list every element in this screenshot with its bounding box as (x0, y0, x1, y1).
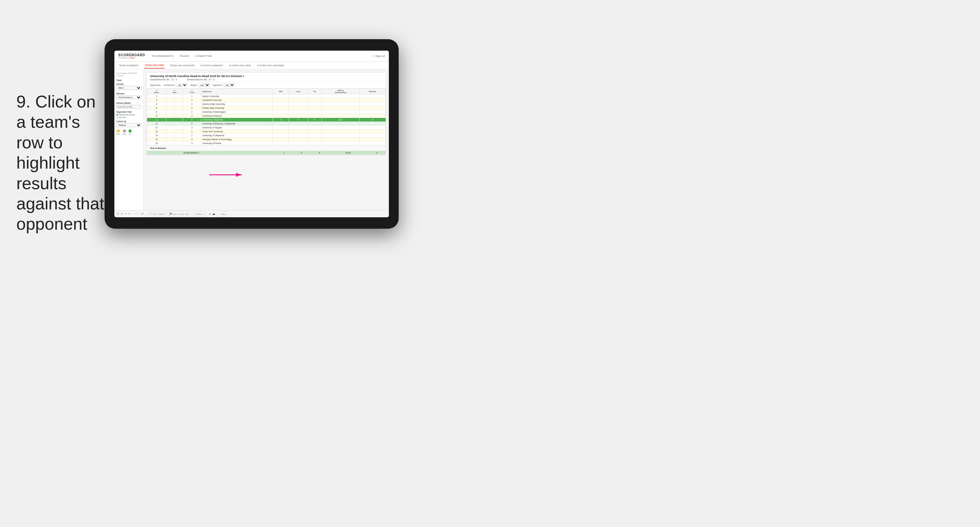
opponent-label: Opponent (213, 84, 222, 86)
table-row[interactable]: 8-2University of Washington (147, 110, 386, 114)
divider3: | (145, 212, 146, 215)
col-opponent: Opponent (201, 89, 273, 94)
col-win: Win (273, 89, 289, 94)
filter-opponents: Opponents: (150, 84, 161, 86)
tab-team-h2h-heatmap[interactable]: TEAM H2H HEATMAP (169, 63, 196, 68)
filter-conference: Conference (All) (164, 83, 188, 87)
conference-select[interactable]: (All) (175, 83, 188, 87)
tab-team-summary[interactable]: TEAM SUMMARY (118, 63, 140, 68)
plus-icon[interactable]: + (135, 213, 137, 215)
scissors-icon[interactable]: ✂ (129, 213, 131, 215)
table-row[interactable]: 16-3University of Florida (147, 142, 386, 145)
school-label: School (Rank) (116, 102, 142, 104)
down-label: Down (116, 133, 121, 135)
watch-chevron: ▾ (203, 213, 204, 215)
sub-nav: TEAM SUMMARY TEAM H2H GRID TEAM H2H HEAT… (115, 62, 389, 70)
save-icon: 💾 (170, 213, 172, 215)
division-record: Division Record: 88 - 17 - 0 (187, 78, 215, 81)
out-division-row[interactable]: NCAA Division II 1 0 0 26.00 3 (147, 151, 386, 155)
redo-icon[interactable]: ↻ (121, 213, 123, 215)
out-div-rank (147, 151, 159, 155)
conference-label: Conference (164, 84, 175, 86)
tablet-device: SCOREBOARD Powered by clippd TOURNAMENTS… (105, 39, 399, 229)
tab-player-h2h-grid[interactable]: PLAYER H2H GRID (228, 63, 251, 68)
grid-title: University of North Carolina Head-to-Hea… (150, 75, 383, 78)
divider2: | (138, 212, 139, 215)
gender-select[interactable]: Men's (116, 86, 142, 90)
col-loss: Loss (289, 89, 308, 94)
overall-record-value: 89 - 17 - 0 (167, 78, 177, 81)
table-row[interactable]: 11-6University of Arkansas, Fayetteville (147, 122, 386, 126)
filter-opponent: Opponent (All) (213, 83, 235, 87)
toolbar-icon-camera[interactable]: 📷 (213, 213, 215, 215)
tab-team-h2h-grid[interactable]: TEAM H2H GRID (144, 62, 165, 68)
view-original-btn[interactable]: 👁 View: Original (148, 212, 166, 216)
top100-radio[interactable] (116, 117, 118, 118)
table-row[interactable]: 6-2Florida State University (147, 106, 386, 110)
col-rounds: Rounds (360, 89, 386, 94)
grid-area: University of North Carolina Head-to-Hea… (144, 70, 389, 210)
division-label: Division (116, 92, 142, 95)
nav-teams[interactable]: TEAMS (180, 54, 189, 58)
division-select[interactable]: NCAA Division I (116, 96, 142, 99)
legend-row: Down Level Up (116, 129, 142, 135)
colour-by-label: Colour by (116, 120, 142, 123)
tab-player-h2h-heatmap[interactable]: PLAYER H2H HEATMAP (256, 63, 285, 68)
top-nav: SCOREBOARD Powered by clippd TOURNAMENTS… (115, 51, 389, 62)
share-icon: ↗ (219, 213, 220, 215)
table-row[interactable]: 13-1Texas Tech University (147, 130, 386, 134)
data-table: #Rank #Reg #Conf Opponent Win Loss Tie D… (147, 89, 386, 145)
division-record-label: Division Record: (187, 78, 204, 81)
sign-out-link[interactable]: Sign out (375, 54, 385, 57)
region-label: Region (190, 84, 197, 86)
watch-label: Watch (197, 213, 203, 215)
table-row[interactable]: 4-1Arizona State University (147, 102, 386, 106)
bottom-toolbar: ↺ ↻ ↩ ✂ | + | ⏱ | 👁 View: Original 💾 Sav… (115, 210, 389, 217)
out-division-table: NCAA Division II 1 0 0 26.00 3 (147, 151, 386, 155)
out-div-name: NCAA Division II (182, 151, 275, 155)
table-row[interactable]: 14-2University of Oklahoma (147, 134, 386, 137)
share-btn[interactable]: ↗ Share (217, 212, 228, 216)
opponents-label: Opponents: (150, 84, 161, 86)
clock-icon[interactable]: ⏱ (141, 213, 143, 215)
region-select[interactable]: (All) (198, 83, 210, 87)
watch-btn[interactable]: 👁 Watch ▾ (193, 212, 206, 216)
opponents-played-label: Opponents Played (119, 114, 135, 116)
out-div-rounds: 3 (368, 151, 386, 155)
tab-player-summary[interactable]: PLAYER SUMMARY (200, 63, 224, 68)
save-custom-view-btn[interactable]: 💾 Save Custom View (168, 212, 191, 216)
back-icon[interactable]: ↩ (125, 213, 127, 215)
main-content: Last Updated: 27/03/2024 16:55:38 Team G… (115, 70, 389, 210)
toolbar-icon-grid[interactable]: ⊞ (209, 213, 211, 215)
col-reg: #Reg (166, 89, 183, 94)
out-div-reg (159, 151, 170, 155)
filters-row: Opponents: Conference (All) Region (All) (147, 82, 386, 89)
opponents-played-radio[interactable] (116, 114, 118, 116)
level-circle (123, 129, 126, 133)
nav-committee[interactable]: COMMITTEE (195, 54, 212, 58)
nav-items: TOURNAMENTS TEAMS COMMITTEE (152, 54, 372, 58)
nav-tournaments[interactable]: TOURNAMENTS (152, 54, 173, 58)
out-div-conf (170, 151, 182, 155)
undo-icon[interactable]: ↺ (117, 213, 119, 215)
eye-icon: 👁 (150, 213, 152, 215)
table-row[interactable]: 15-4Georgia Institute of Technology (147, 137, 386, 142)
table-row[interactable]: 12-3University of Virginia (147, 126, 386, 130)
up-label: Up (129, 133, 131, 135)
table-row[interactable]: 9-3University of Arizona (147, 114, 386, 118)
opponent-select[interactable]: (All) (223, 83, 235, 87)
opponent-view-section: Opponent View Opponents Played Top 100 (116, 111, 142, 118)
colour-by-select[interactable]: Win/loss (116, 123, 142, 127)
out-div-tie: 0 (310, 151, 328, 155)
top100-option[interactable]: Top 100 (116, 116, 142, 118)
last-updated: Last Updated: 27/03/2024 16:55:38 (116, 72, 142, 77)
team-section-label: Team (116, 79, 142, 81)
top100-label: Top 100 (119, 116, 126, 118)
table-header-row: #Rank #Reg #Conf Opponent Win Loss Tie D… (147, 89, 386, 94)
table-row[interactable]: 11-5University of Alabama3002.618 (147, 118, 386, 122)
legend-up: Up (129, 129, 132, 135)
table-row[interactable]: 2-1Auburn University (147, 94, 386, 98)
opponents-played-option[interactable]: Opponents Played (116, 114, 142, 116)
table-row[interactable]: 3-2Vanderbilt University (147, 98, 386, 102)
level-label: Level (123, 133, 126, 135)
